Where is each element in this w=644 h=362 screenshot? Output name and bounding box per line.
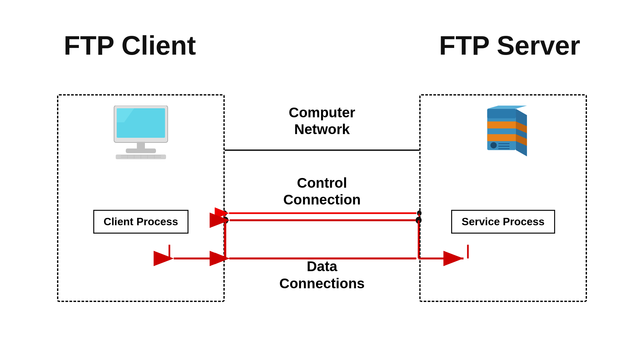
titles-row: FTP Client FTP Server xyxy=(37,30,607,61)
svg-rect-26 xyxy=(487,134,516,141)
svg-marker-23 xyxy=(516,109,527,156)
arrows-svg xyxy=(225,94,419,302)
middle-area: ComputerNetwork ControlConnection DataCo… xyxy=(225,94,419,302)
svg-marker-24 xyxy=(487,106,527,109)
svg-rect-25 xyxy=(487,121,516,128)
client-box: Client Process xyxy=(57,94,225,302)
service-process-box: Service Process xyxy=(451,210,555,234)
ftp-server-title: FTP Server xyxy=(439,30,580,61)
server-icon xyxy=(476,106,530,166)
computer-icon xyxy=(107,106,174,159)
ftp-client-title: FTP Client xyxy=(64,30,196,61)
main-area: Client Process ComputerNetwork ControlCo… xyxy=(37,64,607,332)
svg-point-29 xyxy=(490,142,497,148)
diagram-container: FTP Client FTP Server xyxy=(37,30,607,332)
client-process-box: Client Process xyxy=(93,210,189,234)
client-process-label: Client Process xyxy=(104,216,178,228)
svg-rect-3 xyxy=(137,142,145,149)
svg-rect-4 xyxy=(126,148,156,153)
server-box: Service Process xyxy=(419,94,587,302)
svg-rect-22 xyxy=(487,109,516,118)
service-process-label: Service Process xyxy=(462,216,544,228)
